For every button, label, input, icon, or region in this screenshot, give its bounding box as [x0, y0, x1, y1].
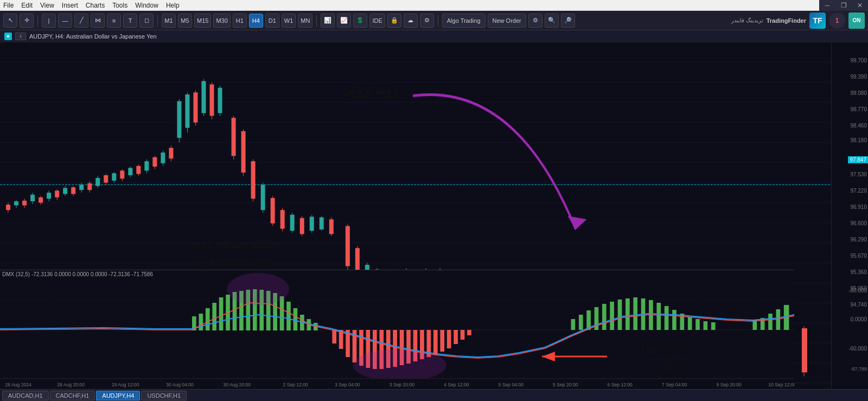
svg-text:3 Sep 20:00: 3 Sep 20:00 — [390, 381, 414, 387]
menu-help[interactable]: Help — [166, 2, 180, 9]
properties-button[interactable]: ⚙ — [528, 14, 542, 28]
svg-rect-217 — [332, 330, 336, 343]
chart-type-button[interactable]: 📊 — [321, 14, 335, 28]
tf-m15[interactable]: M15 — [194, 14, 211, 28]
svg-rect-245 — [618, 300, 622, 330]
text-tool[interactable]: T — [123, 14, 137, 28]
tab-audcad[interactable]: AUDCAD,H1 — [2, 391, 49, 400]
new-order-button[interactable]: New Order — [488, 14, 526, 28]
shapes-tool[interactable]: ◻ — [139, 14, 154, 28]
toolbar: ↖ ✛ | — ╱ ⋈ ≡ T ◻ M1 M5 M15 M30 H1 H4 D1… — [0, 11, 868, 30]
tab-usdchf[interactable]: USDCHF,H1 — [141, 391, 187, 400]
svg-rect-252 — [672, 310, 676, 330]
menu-tools[interactable]: Tools — [112, 2, 127, 9]
zoom-in-button[interactable]: 🔎 — [561, 14, 575, 28]
tf-m5[interactable]: M5 — [178, 14, 192, 28]
zoom-out-button[interactable]: 🔍 — [545, 14, 559, 28]
price-99700: 99.700 — [850, 58, 867, 63]
cursor-tool[interactable]: ↖ — [3, 14, 17, 28]
price-97220: 97.220 — [850, 188, 867, 194]
auto-button[interactable]: ⚙ — [420, 14, 434, 28]
menu-insert[interactable]: Insert — [62, 2, 78, 9]
svg-rect-92 — [320, 218, 324, 230]
tradingfinder-logo: تریدینگ فایندر TradingFinder TF 1 ON — [731, 12, 865, 29]
svg-rect-24 — [22, 201, 27, 206]
svg-text:روند نزولی: روند نزولی — [342, 81, 397, 99]
svg-rect-72 — [218, 88, 222, 113]
svg-rect-76 — [241, 131, 246, 173]
svg-rect-234 — [447, 330, 451, 348]
svg-rect-52 — [136, 166, 141, 174]
trend-line-tool[interactable]: ╱ — [74, 14, 88, 28]
minimize-button[interactable]: ─ — [819, 0, 835, 11]
vertical-line-tool[interactable]: | — [42, 14, 56, 28]
svg-rect-26 — [30, 195, 35, 201]
price-scale: 99.700 99.390 99.080 98.770 98.460 98.18… — [831, 42, 868, 389]
svg-rect-258 — [752, 320, 757, 330]
restore-button[interactable]: ❐ — [835, 0, 852, 11]
cloud-button[interactable]: ☁ — [404, 14, 418, 28]
close-button[interactable]: ✕ — [852, 0, 868, 11]
svg-rect-56 — [152, 157, 157, 167]
ind-scale-neg60: -60.000 — [848, 346, 867, 352]
tf-w1[interactable]: W1 — [282, 14, 296, 28]
indicators-button[interactable]: 📈 — [337, 14, 351, 28]
tf-h4[interactable]: H4 — [249, 14, 263, 28]
svg-rect-237 — [467, 330, 471, 335]
svg-rect-211 — [286, 302, 291, 330]
logo-persian: تریدینگ فایندر — [731, 17, 763, 23]
tab-cadchf[interactable]: CADCHF,H1 — [50, 391, 95, 400]
ide-button[interactable]: IDE — [369, 14, 385, 28]
tf-h1[interactable]: H1 — [233, 14, 247, 28]
svg-rect-34 — [63, 188, 67, 194]
svg-rect-78 — [251, 161, 256, 199]
tf-d1[interactable]: D1 — [265, 14, 279, 28]
svg-rect-28 — [39, 198, 43, 203]
svg-rect-251 — [665, 306, 669, 330]
svg-text:30 Aug 20:00: 30 Aug 20:00 — [223, 381, 251, 387]
menu-window[interactable]: Window — [135, 2, 158, 9]
svg-rect-94 — [329, 219, 334, 234]
chart-container[interactable]: روند نزولی تقاطع خطوط و ناحیه ورود به مع… — [0, 42, 831, 389]
time-labels-bar: 28 Aug 2024 28 Aug 20:00 29 Aug 12:00 30… — [0, 378, 794, 389]
indicator-area: DMX (32,5) -72.3136 0.0000 0.0000 0.0000… — [0, 270, 794, 389]
price-97530: 97.530 — [850, 171, 867, 177]
svg-rect-42 — [95, 178, 100, 186]
svg-text:10 Sep 12:00: 10 Sep 12:00 — [768, 381, 794, 387]
svg-rect-44 — [104, 175, 108, 183]
svg-text:28 Aug 20:00: 28 Aug 20:00 — [57, 381, 85, 387]
tf-mn[interactable]: MN — [298, 14, 312, 28]
price-current: 97.847 — [848, 156, 868, 163]
svg-text:2 Sep 12:00: 2 Sep 12:00 — [283, 381, 308, 387]
svg-rect-256 — [704, 321, 708, 330]
symbol-bar: ■ 1 AUDJPY, H4: Australian Dollar vs Jap… — [0, 30, 868, 42]
menu-charts[interactable]: Charts — [86, 2, 105, 9]
channel-tool[interactable]: ⋈ — [91, 14, 105, 28]
svg-rect-38 — [79, 184, 84, 190]
notification-badge[interactable]: 1 — [829, 12, 845, 29]
svg-rect-254 — [688, 317, 692, 330]
crosshair-tool[interactable]: ✛ — [20, 14, 34, 28]
tab-audjpy[interactable]: AUDJPY,H4 — [96, 391, 140, 400]
svg-rect-247 — [633, 297, 637, 330]
menu-edit[interactable]: Edit — [21, 2, 33, 9]
svg-rect-244 — [610, 302, 614, 330]
svg-rect-86 — [290, 215, 295, 231]
svg-rect-246 — [626, 298, 630, 330]
tf-m30[interactable]: M30 — [213, 14, 230, 28]
algo-trading-button[interactable]: Algo Trading — [442, 14, 486, 28]
svg-rect-201 — [219, 297, 224, 330]
horizontal-line-tool[interactable]: — — [58, 14, 72, 28]
menu-file[interactable]: File — [3, 2, 14, 9]
trading-button[interactable]: 💲 — [353, 14, 367, 28]
svg-rect-200 — [212, 303, 216, 330]
status-badge: ON — [848, 12, 865, 29]
fib-tool[interactable]: ≡ — [107, 14, 121, 28]
lock-button[interactable]: 🔒 — [387, 14, 401, 28]
svg-rect-82 — [271, 198, 275, 224]
svg-rect-54 — [144, 161, 149, 170]
separator — [37, 15, 38, 27]
tf-m1[interactable]: M1 — [162, 14, 176, 28]
menu-view[interactable]: View — [40, 2, 54, 9]
svg-rect-240 — [579, 315, 583, 330]
